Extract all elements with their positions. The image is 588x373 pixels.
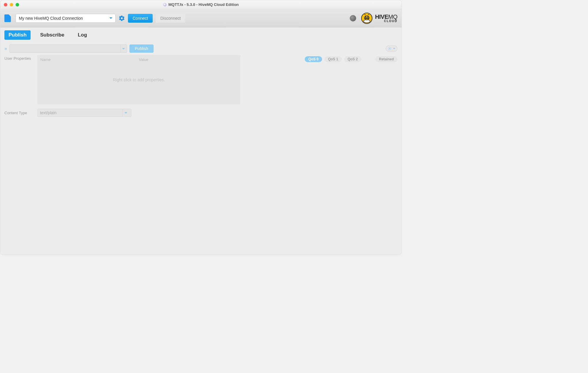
topic-input[interactable] bbox=[10, 47, 120, 51]
publish-options-menu[interactable] bbox=[386, 45, 397, 52]
minimize-window-button[interactable] bbox=[10, 3, 13, 6]
connection-status-indicator bbox=[350, 15, 356, 21]
content-type-value: text/plain bbox=[40, 110, 56, 115]
bee-icon bbox=[361, 12, 373, 24]
app-icon bbox=[163, 3, 166, 6]
connect-button[interactable]: Connect bbox=[128, 14, 153, 23]
user-properties-label: User Properties bbox=[4, 55, 34, 61]
svg-point-1 bbox=[364, 20, 370, 23]
tab-subscribe[interactable]: Subscribe bbox=[36, 30, 68, 40]
publish-button[interactable]: Publish bbox=[129, 44, 154, 53]
close-window-button[interactable] bbox=[4, 3, 7, 6]
tab-log[interactable]: Log bbox=[74, 30, 91, 40]
window-titlebar: MQTT.fx - 5.3.0 - HiveMQ Cloud Edition bbox=[0, 0, 402, 9]
brand-subtitle: CLOUD bbox=[375, 20, 397, 23]
main-toolbar: My new HiveMQ Cloud Connection Connect D… bbox=[0, 9, 402, 27]
connection-profile-select[interactable]: My new HiveMQ Cloud Connection bbox=[16, 14, 116, 23]
file-icon[interactable] bbox=[4, 14, 11, 22]
user-properties-section: User Properties Name Value Right click t… bbox=[4, 55, 397, 105]
column-header-name: Name bbox=[40, 57, 139, 62]
topic-history-icon[interactable]: » bbox=[4, 46, 7, 51]
svg-point-4 bbox=[367, 16, 369, 17]
retained-toggle[interactable]: Retained bbox=[375, 56, 397, 62]
zoom-window-button[interactable] bbox=[16, 3, 19, 6]
brand-name: HIVE bbox=[375, 14, 388, 20]
user-properties-placeholder: Right click to add properties. bbox=[113, 77, 165, 82]
chevron-down-icon bbox=[109, 17, 112, 19]
window-title-text: MQTT.fx - 5.3.0 - HiveMQ Cloud Edition bbox=[168, 2, 239, 7]
publish-panel: » Publish User Properties Name Value Rig… bbox=[0, 42, 402, 255]
disconnect-button[interactable]: Disconnect bbox=[156, 14, 185, 23]
topic-combo[interactable] bbox=[9, 44, 127, 53]
svg-point-3 bbox=[365, 16, 366, 17]
connection-profile-selected: My new HiveMQ Cloud Connection bbox=[19, 16, 83, 21]
publish-topic-row: » Publish bbox=[4, 42, 397, 55]
qos-controls: QoS 0 QoS 1 QoS 2 Retained bbox=[244, 55, 397, 62]
main-tabs: Publish Subscribe Log bbox=[0, 27, 402, 42]
column-header-value: Value bbox=[139, 57, 148, 62]
user-properties-header: Name Value bbox=[37, 55, 240, 64]
qos-0-button[interactable]: QoS 0 bbox=[305, 56, 322, 62]
chevron-down-icon[interactable] bbox=[120, 45, 127, 52]
svg-point-5 bbox=[389, 48, 390, 49]
hivemq-logo: HIVEMQ CLOUD bbox=[361, 12, 397, 24]
tab-publish[interactable]: Publish bbox=[4, 30, 31, 40]
gear-icon[interactable] bbox=[119, 15, 125, 21]
chevron-down-icon bbox=[122, 109, 129, 117]
content-type-row: Content Type text/plain bbox=[4, 109, 397, 117]
content-type-select[interactable]: text/plain bbox=[37, 109, 131, 117]
qos-1-button[interactable]: QoS 1 bbox=[324, 56, 342, 62]
brand-suffix: MQ bbox=[388, 14, 397, 20]
qos-2-button[interactable]: QoS 2 bbox=[344, 56, 362, 62]
window-controls bbox=[4, 3, 19, 6]
content-type-label: Content Type bbox=[4, 111, 34, 115]
window-title: MQTT.fx - 5.3.0 - HiveMQ Cloud Edition bbox=[163, 2, 239, 7]
user-properties-table[interactable]: Name Value Right click to add properties… bbox=[37, 55, 240, 105]
